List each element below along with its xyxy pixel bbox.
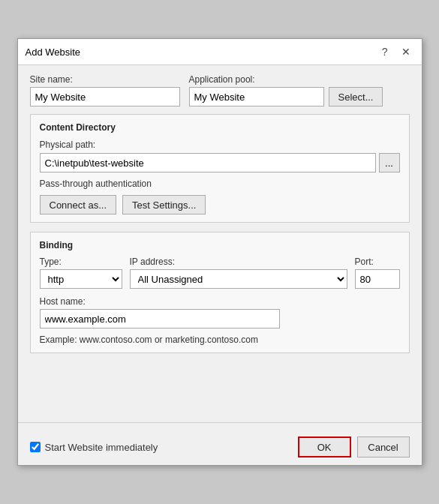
content-directory-section: Content Directory Physical path: ... Pas… [30, 114, 410, 223]
binding-section: Binding Type: http https IP address: All… [30, 232, 410, 353]
site-name-label: Site name: [30, 74, 180, 85]
physical-path-input[interactable] [40, 153, 376, 172]
site-app-row: Site name: Application pool: Select... [30, 74, 410, 106]
host-name-group: Host name: [40, 296, 400, 328]
host-name-input[interactable] [40, 309, 280, 328]
spacer [30, 362, 410, 407]
port-group: Port: [355, 256, 400, 289]
example-text: Example: www.contoso.com or marketing.co… [40, 334, 400, 345]
title-bar-left: Add Website [26, 46, 80, 58]
app-pool-group: Application pool: Select... [189, 74, 383, 106]
cancel-button[interactable]: Cancel [357, 436, 410, 458]
footer-buttons: OK Cancel [298, 436, 410, 458]
port-input[interactable] [355, 269, 400, 289]
start-website-label[interactable]: Start Website immediately [30, 442, 158, 453]
test-settings-button[interactable]: Test Settings... [122, 195, 206, 214]
close-button[interactable]: ✕ [398, 45, 414, 58]
physical-path-row: ... [40, 153, 400, 172]
footer: Start Website immediately OK Cancel [18, 429, 422, 465]
dialog-body: Site name: Application pool: Select... C… [18, 65, 422, 416]
port-label: Port: [355, 256, 400, 267]
ip-select[interactable]: All Unassigned [130, 269, 347, 289]
binding-title: Binding [40, 240, 400, 250]
connect-as-button[interactable]: Connect as... [40, 195, 117, 214]
host-name-label: Host name: [40, 296, 400, 307]
browse-button[interactable]: ... [379, 153, 400, 172]
type-label: Type: [40, 256, 122, 267]
add-website-dialog: Add Website ? ✕ Site name: Application p… [17, 38, 422, 466]
select-button[interactable]: Select... [329, 87, 383, 106]
type-group: Type: http https [40, 256, 122, 289]
start-website-checkbox[interactable] [30, 442, 41, 452]
title-bar-right: ? ✕ [378, 45, 414, 58]
ok-button[interactable]: OK [298, 436, 351, 458]
app-pool-label: Application pool: [189, 74, 383, 85]
title-bar: Add Website ? ✕ [18, 39, 422, 65]
footer-divider [18, 422, 422, 423]
binding-row: Type: http https IP address: All Unassig… [40, 256, 400, 289]
ip-label: IP address: [130, 256, 347, 267]
auth-buttons-row: Connect as... Test Settings... [40, 195, 400, 214]
ip-group: IP address: All Unassigned [130, 256, 347, 289]
site-name-input[interactable] [30, 87, 180, 106]
type-select[interactable]: http https [40, 269, 122, 289]
passthrough-label: Pass-through authentication [40, 178, 400, 189]
content-directory-title: Content Directory [40, 122, 400, 133]
app-pool-input[interactable] [189, 87, 324, 106]
physical-path-label: Physical path: [40, 140, 96, 150]
help-button[interactable]: ? [378, 45, 392, 58]
dialog-title: Add Website [26, 46, 80, 58]
site-name-group: Site name: [30, 74, 180, 106]
